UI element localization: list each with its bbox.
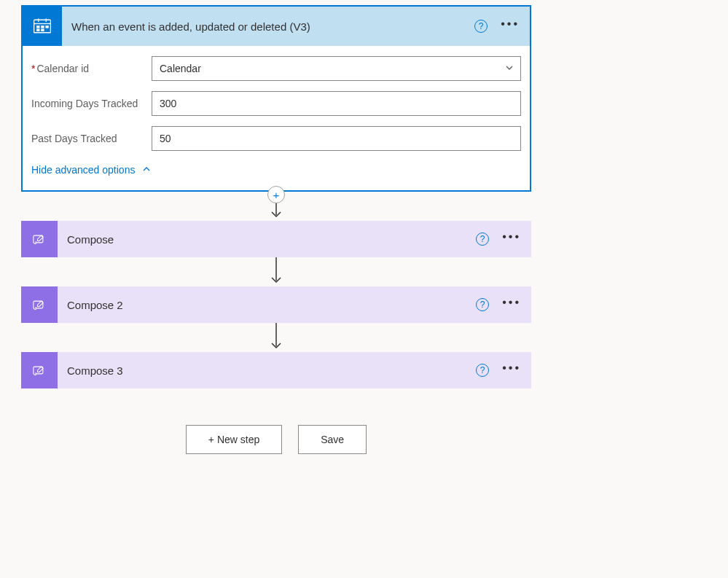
svg-rect-4 bbox=[36, 26, 39, 28]
chevron-up-icon bbox=[142, 164, 151, 176]
trigger-body: *Calendar id Incoming Days Tracked Past … bbox=[23, 46, 530, 190]
calendar-id-select[interactable] bbox=[152, 56, 521, 81]
svg-rect-8 bbox=[41, 29, 44, 32]
more-menu[interactable]: ••• bbox=[502, 231, 521, 247]
incoming-days-input[interactable] bbox=[152, 91, 521, 116]
help-icon[interactable]: ? bbox=[476, 364, 489, 377]
connector: + bbox=[269, 192, 283, 221]
more-menu[interactable]: ••• bbox=[501, 18, 520, 34]
compose-icon bbox=[21, 286, 58, 323]
calendar-id-label: *Calendar id bbox=[31, 63, 152, 74]
new-step-button[interactable]: + New step bbox=[186, 425, 282, 454]
past-days-input[interactable] bbox=[152, 126, 521, 151]
connector bbox=[269, 257, 283, 286]
step-title: Compose 3 bbox=[58, 364, 476, 377]
incoming-days-label: Incoming Days Tracked bbox=[31, 98, 152, 109]
compose-step-3[interactable]: Compose 3 ? ••• bbox=[21, 352, 531, 388]
svg-rect-7 bbox=[36, 29, 39, 32]
compose-step-1[interactable]: Compose ? ••• bbox=[21, 221, 531, 257]
compose-icon bbox=[21, 221, 58, 257]
trigger-header[interactable]: When an event is added, updated or delet… bbox=[23, 7, 530, 46]
past-days-label: Past Days Tracked bbox=[31, 133, 152, 144]
svg-rect-6 bbox=[45, 26, 48, 28]
save-button[interactable]: Save bbox=[298, 425, 367, 454]
trigger-title: When an event is added, updated or delet… bbox=[62, 20, 474, 33]
more-menu[interactable]: ••• bbox=[502, 297, 521, 313]
step-title: Compose 2 bbox=[58, 299, 476, 311]
compose-step-2[interactable]: Compose 2 ? ••• bbox=[21, 286, 531, 323]
add-step-button[interactable]: + bbox=[267, 186, 285, 203]
help-icon[interactable]: ? bbox=[474, 20, 488, 33]
compose-icon bbox=[21, 352, 58, 388]
connector bbox=[269, 323, 283, 352]
step-title: Compose bbox=[58, 233, 476, 246]
svg-rect-5 bbox=[41, 26, 44, 28]
outlook-icon bbox=[23, 7, 62, 46]
trigger-card: When an event is added, updated or delet… bbox=[21, 5, 531, 192]
help-icon[interactable]: ? bbox=[476, 298, 489, 311]
help-icon[interactable]: ? bbox=[476, 233, 489, 246]
more-menu[interactable]: ••• bbox=[502, 362, 521, 378]
button-row: + New step Save bbox=[186, 425, 367, 454]
